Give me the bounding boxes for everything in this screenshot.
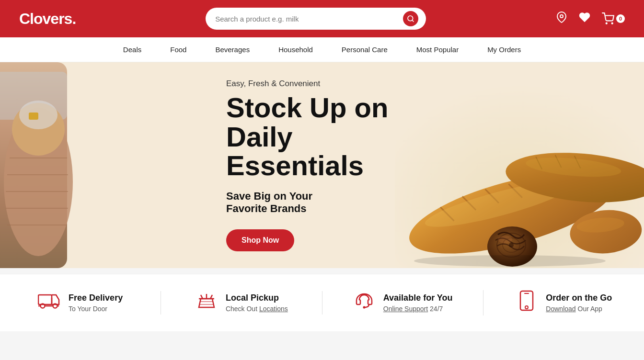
hero-section: Easy, Fresh & Convenient Stock Up on Dai… [0, 62, 644, 268]
available-text: Available for You Online Support 24/7 [383, 293, 453, 313]
free-delivery-subtitle: To Your Door [69, 305, 123, 313]
available-title: Available for You [383, 293, 453, 303]
bread-image [395, 62, 644, 268]
search-button[interactable] [403, 11, 418, 26]
nav-item-household[interactable]: Household [278, 45, 313, 54]
location-icon[interactable] [556, 11, 567, 26]
feature-order-go: Order on the Go Download Our App [483, 290, 644, 315]
order-go-text: Order on the Go Download Our App [546, 293, 612, 313]
navigation: Deals Food Beverages Household Personal … [0, 37, 644, 62]
bread-bag-image [0, 62, 96, 268]
local-pickup-title: Local Pickup [226, 293, 288, 303]
svg-point-4 [612, 23, 613, 24]
svg-point-33 [498, 236, 512, 243]
nav-item-beverages[interactable]: Beverages [215, 45, 250, 54]
truck-icon [38, 291, 61, 315]
feature-local-pickup: Local Pickup Check Out Locations [161, 291, 322, 315]
cart-count: 0 [616, 14, 625, 23]
hero-subtitle: Easy, Fresh & Convenient [226, 79, 418, 89]
shop-now-button[interactable]: Shop Now [226, 229, 294, 251]
wishlist-icon[interactable] [579, 11, 590, 26]
search-icon [407, 15, 414, 22]
locations-link[interactable]: Locations [259, 305, 288, 313]
svg-point-2 [560, 15, 563, 18]
svg-point-32 [509, 243, 514, 248]
bread-slices-svg [0, 101, 81, 263]
hero-title: Stock Up on Daily Essentials [226, 93, 418, 181]
free-delivery-title: Free Delivery [69, 293, 123, 303]
local-pickup-text: Local Pickup Check Out Locations [226, 293, 288, 313]
feature-available: Available for You Online Support 24/7 [322, 291, 483, 315]
available-subtitle: Online Support 24/7 [383, 305, 453, 313]
free-delivery-text: Free Delivery To Your Door [69, 293, 123, 313]
svg-line-1 [412, 20, 414, 22]
online-support-link[interactable]: Online Support [383, 305, 428, 313]
hero-tagline: Save Big on Your Favorite Brands [226, 190, 418, 215]
feature-free-delivery: Free Delivery To Your Door [0, 291, 161, 315]
nav-item-personal-care[interactable]: Personal Care [342, 45, 388, 54]
nav-item-most-popular[interactable]: Most Popular [416, 45, 459, 54]
phone-icon [515, 290, 538, 315]
download-link[interactable]: Download [546, 305, 575, 313]
headset-icon [353, 291, 376, 315]
header-icons: 0 [556, 11, 625, 26]
basket-icon [195, 291, 218, 315]
search-bar [206, 8, 426, 30]
features-section: Free Delivery To Your Door Local Pickup … [0, 274, 644, 331]
logo: Clovers. [19, 10, 76, 28]
svg-point-47 [363, 306, 365, 309]
cart-icon[interactable]: 0 [602, 12, 625, 25]
order-go-subtitle: Download Our App [546, 305, 612, 313]
local-pickup-subtitle: Check Out Locations [226, 305, 288, 313]
hero-content: Easy, Fresh & Convenient Stock Up on Dai… [226, 79, 418, 252]
svg-point-49 [525, 306, 528, 309]
search-input[interactable] [215, 15, 403, 23]
svg-rect-35 [38, 295, 52, 304]
order-go-title: Order on the Go [546, 293, 612, 303]
header: Clovers. 0 [0, 0, 644, 37]
svg-point-34 [414, 255, 606, 267]
svg-rect-13 [29, 112, 38, 120]
bread-svg [395, 62, 644, 268]
nav-item-deals[interactable]: Deals [123, 45, 141, 54]
nav-item-food[interactable]: Food [170, 45, 186, 54]
svg-point-3 [606, 23, 607, 24]
nav-item-my-orders[interactable]: My Orders [487, 45, 521, 54]
